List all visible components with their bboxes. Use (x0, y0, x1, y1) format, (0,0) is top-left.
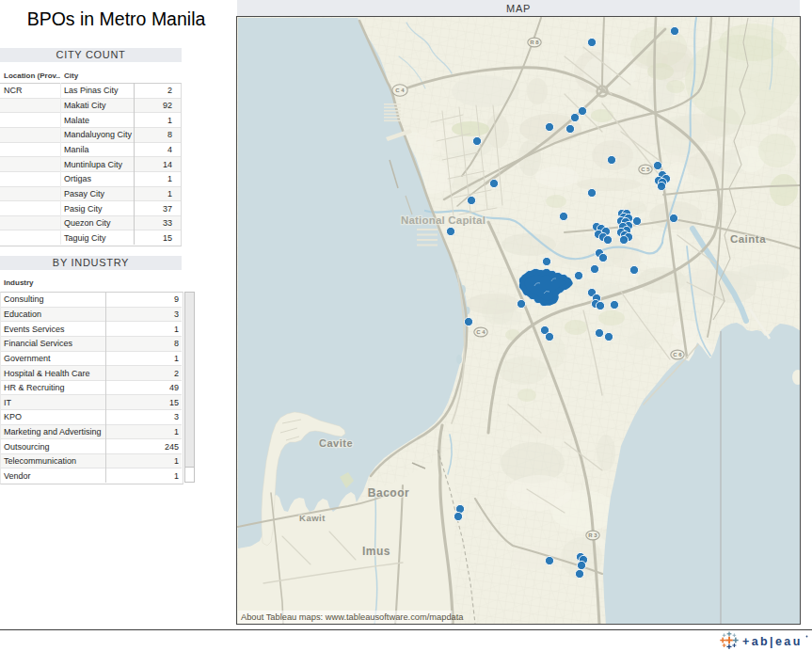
svg-text:Imus: Imus (362, 545, 390, 558)
svg-text:+ab|eau: +ab|eau (742, 635, 803, 648)
svg-text:C 6: C 6 (673, 352, 682, 357)
svg-text:Kawit: Kawit (299, 513, 326, 523)
svg-text:Cainta: Cainta (730, 233, 766, 245)
svg-text:National Capital: National Capital (401, 214, 486, 226)
svg-text:Cavite: Cavite (319, 437, 353, 449)
svg-text:R 8: R 8 (530, 40, 539, 45)
svg-text:Bacoor: Bacoor (368, 486, 409, 500)
svg-text:C 5: C 5 (641, 167, 650, 172)
svg-text:About Tableau maps: www.tablea: About Tableau maps: www.tableausoftware.… (241, 612, 464, 622)
svg-text:R 3: R 3 (588, 532, 597, 538)
svg-text:C 4: C 4 (395, 87, 405, 93)
svg-text:C 4: C 4 (476, 329, 486, 335)
